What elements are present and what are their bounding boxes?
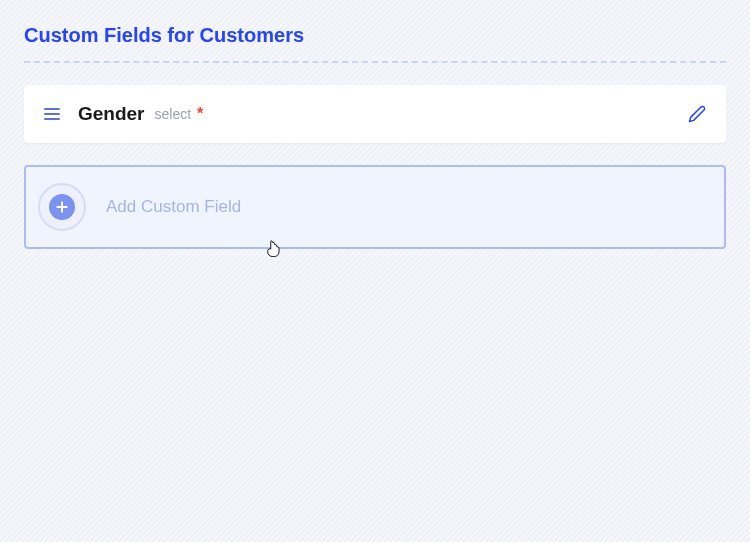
drag-handle-icon[interactable] [44,108,60,120]
add-custom-field-button[interactable]: Add Custom Field [24,165,726,249]
required-indicator: * [197,105,203,123]
pencil-icon [688,105,706,123]
page-title: Custom Fields for Customers [24,24,726,63]
edit-button[interactable] [688,105,706,123]
plus-circle-icon [38,183,86,231]
add-custom-field-label: Add Custom Field [106,197,241,217]
custom-field-row: Gender select * [24,85,726,143]
field-name-label: Gender [78,103,145,125]
field-type-label: select [155,106,192,122]
